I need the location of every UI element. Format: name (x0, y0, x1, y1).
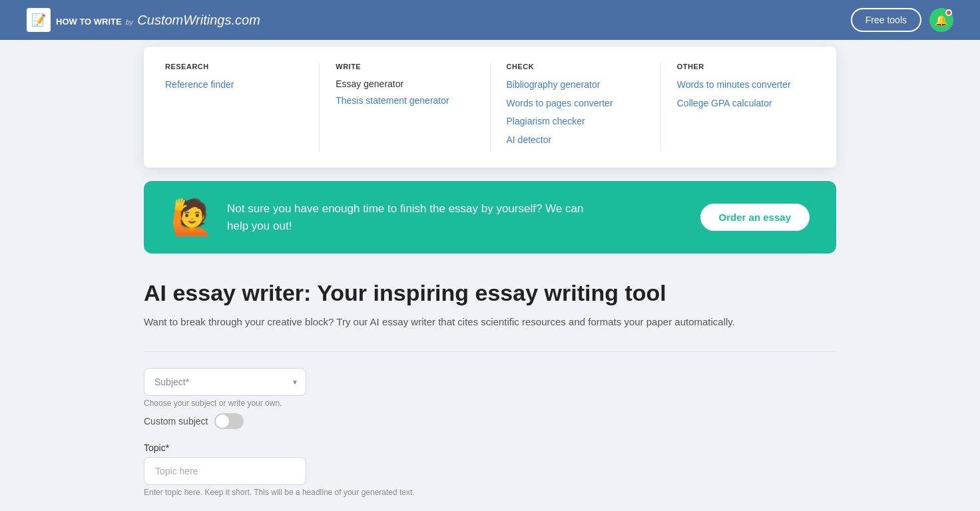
logo-area: 📝 HOW to WRITE by CustomWritings.com (27, 8, 260, 32)
subject-group: ▼ Subject* Choose your subject or write … (144, 368, 836, 429)
nav-dropdown: RESEARCH Reference finder WRITE Essay ge… (144, 47, 836, 168)
nav-link-gpa-calculator[interactable]: College GPA calculator (677, 97, 815, 110)
notification-dot (945, 9, 952, 16)
subject-hint: Choose your subject or write your own. (144, 399, 836, 408)
nav-section-title-write: WRITE (336, 63, 473, 71)
notifications-button[interactable]: 🔔 (929, 8, 953, 32)
main-content: AI essay writer: Your inspiring essay wr… (144, 267, 836, 511)
nav-section-check: CHECK Bibliography generator Words to pa… (507, 63, 661, 152)
nav-section-write: WRITE Essay generator Thesis statement g… (336, 63, 490, 152)
promo-banner: 🙋 Not sure you have enough time to finis… (144, 181, 836, 254)
logo-text-block: HOW to WRITE by CustomWritings.com (56, 13, 260, 28)
nav-link-bibliography[interactable]: Bibliography generator (507, 79, 644, 92)
nav-link-reference-finder[interactable]: Reference finder (165, 79, 303, 92)
logo-how-to-write: HOW to WRITE (56, 17, 122, 27)
page-subtitle: Want to break through your creative bloc… (144, 314, 836, 330)
banner-text: Not sure you have enough time to finish … (227, 200, 600, 234)
subject-select-wrapper: ▼ Subject* (144, 368, 306, 396)
topic-input[interactable] (144, 457, 306, 485)
banner-left: 🙋 Not sure you have enough time to finis… (170, 197, 600, 238)
header: 📝 HOW to WRITE by CustomWritings.com Fre… (0, 0, 980, 40)
custom-subject-row: Custom subject (144, 413, 836, 429)
custom-subject-toggle[interactable] (214, 413, 244, 429)
header-right: Free tools 🔔 (851, 8, 953, 32)
nav-link-ai-detector[interactable]: AI detector (507, 134, 644, 147)
nav-link-plagiarism[interactable]: Plagiarism checker (507, 115, 644, 128)
nav-link-words-pages[interactable]: Words to pages converter (507, 97, 644, 110)
logo-by: by (126, 18, 134, 26)
nav-section-title-other: OTHER (677, 63, 815, 71)
nav-link-essay-generator[interactable]: Essay generator (336, 79, 473, 89)
page-title: AI essay writer: Your inspiring essay wr… (144, 280, 836, 306)
order-essay-button[interactable]: Order an essay (700, 204, 810, 231)
divider (144, 351, 836, 352)
logo-icon: 📝 (27, 8, 51, 32)
logo-brand: CustomWritings.com (137, 13, 260, 28)
topic-hint: Enter topic here. Keep it short. This wi… (144, 488, 836, 497)
bell-icon: 🔔 (935, 14, 948, 27)
essay-form: ▼ Subject* Choose your subject or write … (144, 368, 836, 511)
nav-section-research: RESEARCH Reference finder (165, 63, 320, 152)
free-tools-button[interactable]: Free tools (851, 8, 921, 32)
nav-section-title-check: CHECK (507, 63, 644, 71)
banner-emoji: 🙋 (170, 197, 214, 238)
nav-link-words-minutes[interactable]: Words to minutes converter (677, 79, 815, 92)
nav-section-other: OTHER Words to minutes converter College… (677, 63, 815, 152)
subject-select[interactable] (144, 368, 306, 396)
nav-section-title-research: RESEARCH (165, 63, 303, 71)
topic-group: Topic* Enter topic here. Keep it short. … (144, 442, 836, 497)
custom-subject-label: Custom subject (144, 416, 208, 426)
topic-label: Topic* (144, 442, 836, 453)
nav-link-thesis-statement[interactable]: Thesis statement generator (336, 94, 473, 108)
